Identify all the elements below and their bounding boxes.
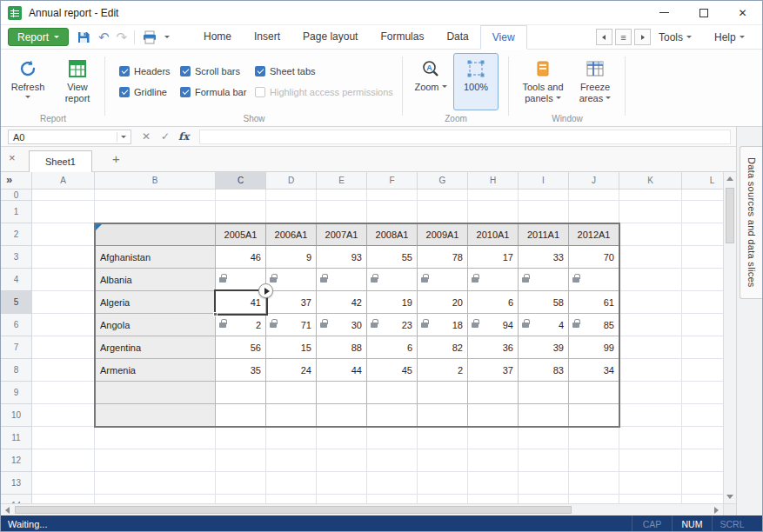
cell-C13[interactable] [216, 472, 266, 495]
cell-D7[interactable]: 15 [266, 336, 317, 359]
sheet-tab-sheet1[interactable]: Sheet1 [29, 150, 92, 172]
cell-F3[interactable]: 55 [367, 246, 418, 269]
cell-E7[interactable]: 88 [317, 336, 367, 359]
cell-L10[interactable] [682, 404, 723, 427]
cell-K1[interactable] [619, 201, 682, 223]
cell-L3[interactable] [682, 246, 723, 269]
row-header-13[interactable]: 13 [1, 472, 32, 495]
cell-E4[interactable] [317, 269, 367, 291]
cell-I13[interactable] [519, 472, 569, 495]
cell-B6[interactable]: Angola [95, 314, 216, 336]
cell-L6[interactable] [682, 314, 723, 336]
column-header-G[interactable]: G [418, 172, 468, 190]
cell-E6[interactable]: 30 [317, 314, 367, 336]
cell-G2[interactable]: 2009A1 [418, 223, 468, 246]
cell-I0[interactable] [519, 190, 569, 201]
scroll-up-button[interactable] [724, 172, 736, 185]
row-header-6[interactable]: 6 [1, 314, 32, 336]
cell-L1[interactable] [682, 201, 723, 223]
cell-J2[interactable]: 2012A1 [569, 223, 619, 246]
cell-D2[interactable]: 2006A1 [266, 223, 317, 246]
cell-K5[interactable] [619, 291, 682, 314]
cell-H1[interactable] [468, 201, 519, 223]
column-header-D[interactable]: D [266, 172, 317, 190]
freeze-areas-button[interactable]: Freeze areas [572, 53, 619, 110]
cell-H11[interactable] [468, 427, 519, 449]
cell-K12[interactable] [619, 449, 682, 472]
checkbox-headers[interactable]: Headers [119, 66, 180, 76]
cell-L14[interactable] [682, 495, 723, 503]
cell-J11[interactable] [569, 427, 619, 449]
cell-B5[interactable]: Algeria [95, 291, 216, 314]
cell-L9[interactable] [682, 382, 723, 404]
cell-H13[interactable] [468, 472, 519, 495]
cell-I4[interactable] [519, 269, 569, 291]
cell-H5[interactable]: 6 [468, 291, 519, 314]
cell-I3[interactable]: 33 [519, 246, 569, 269]
cell-B13[interactable] [95, 472, 216, 495]
cell-G14[interactable] [418, 495, 468, 503]
column-header-E[interactable]: E [317, 172, 367, 190]
help-menu[interactable]: Help [714, 25, 745, 49]
cell-B12[interactable] [95, 449, 216, 472]
cell-E3[interactable]: 93 [317, 246, 367, 269]
cell-A12[interactable] [32, 449, 95, 472]
cell-D12[interactable] [266, 449, 317, 472]
cell-B0[interactable] [95, 190, 216, 201]
print-dropdown-icon[interactable] [164, 36, 170, 41]
cell-C11[interactable] [216, 427, 266, 449]
cell-D6[interactable]: 71 [266, 314, 317, 336]
cell-A0[interactable] [32, 190, 95, 201]
row-header-4[interactable]: 4 [1, 269, 32, 291]
cell-L7[interactable] [682, 336, 723, 359]
cell-D4[interactable] [266, 269, 317, 291]
data-sources-panel-tab[interactable]: Data sources and data slices [740, 146, 763, 299]
cell-A1[interactable] [32, 201, 95, 223]
tools-and-panels-button[interactable]: Tools and panels [518, 53, 568, 110]
cell-F8[interactable]: 45 [367, 359, 418, 382]
cell-D9[interactable] [266, 382, 317, 404]
cell-H14[interactable] [468, 495, 519, 503]
vertical-scroll-thumb[interactable] [726, 188, 734, 243]
cell-J1[interactable] [569, 201, 619, 223]
close-tab-button[interactable]: × [9, 152, 16, 164]
cell-H8[interactable]: 37 [468, 359, 519, 382]
row-header-10[interactable]: 10 [1, 404, 32, 427]
cell-C2[interactable]: 2005A1 [216, 223, 266, 246]
cell-J14[interactable] [569, 495, 619, 503]
zoom-button[interactable]: A Zoom [410, 53, 452, 110]
cell-F4[interactable] [367, 269, 418, 291]
row-header-9[interactable]: 9 [1, 382, 32, 404]
cell-C3[interactable]: 46 [216, 246, 266, 269]
cell-J4[interactable] [569, 269, 619, 291]
row-header-12[interactable]: 12 [1, 449, 32, 472]
scroll-right-button[interactable] [710, 504, 723, 515]
cell-C6[interactable]: 2 [216, 314, 266, 336]
cell-E5[interactable]: 42 [317, 291, 367, 314]
view-report-button[interactable]: View report [53, 53, 102, 110]
vertical-scrollbar[interactable] [723, 172, 736, 503]
name-box[interactable]: A0 [8, 130, 131, 144]
cell-L8[interactable] [682, 359, 723, 382]
cell-D1[interactable] [266, 201, 317, 223]
cell-E0[interactable] [317, 190, 367, 201]
cell-A2[interactable] [32, 223, 95, 246]
row-header-2[interactable]: 2 [1, 223, 32, 246]
cell-F11[interactable] [367, 427, 418, 449]
cell-F14[interactable] [367, 495, 418, 503]
cell-G8[interactable]: 2 [418, 359, 468, 382]
row-header-3[interactable]: 3 [1, 246, 32, 269]
cell-K4[interactable] [619, 269, 682, 291]
cell-I12[interactable] [519, 449, 569, 472]
column-header-J[interactable]: J [569, 172, 619, 190]
cell-H6[interactable]: 94 [468, 314, 519, 336]
cell-C9[interactable] [216, 382, 266, 404]
cell-H4[interactable] [468, 269, 519, 291]
cell-I6[interactable]: 4 [519, 314, 569, 336]
cell-G1[interactable] [418, 201, 468, 223]
cell-G0[interactable] [418, 190, 468, 201]
cell-E1[interactable] [317, 201, 367, 223]
print-button[interactable] [142, 30, 157, 45]
cell-K6[interactable] [619, 314, 682, 336]
cell-B3[interactable]: Afghanistan [95, 246, 216, 269]
